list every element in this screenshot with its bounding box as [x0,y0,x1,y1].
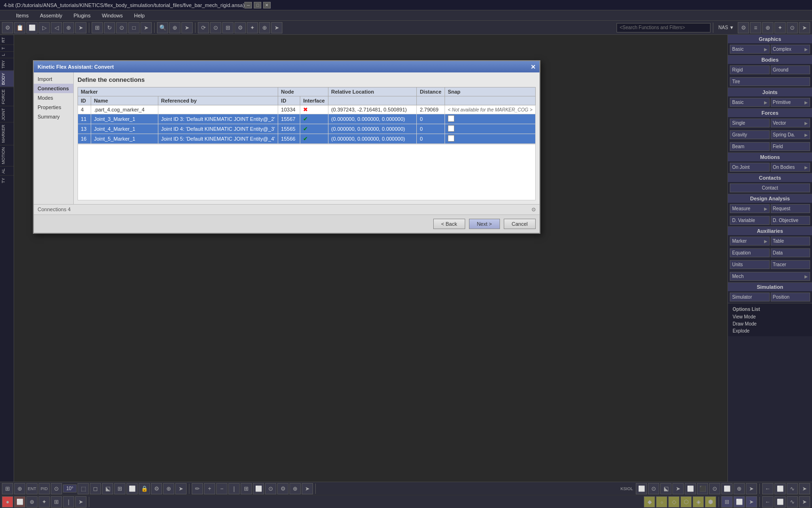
rp-btn-basic[interactable]: Basic ▶ [730,45,770,54]
menu-item-assembly[interactable]: Assembly [37,12,65,19]
btb-icon-10[interactable]: ⚙ [151,483,162,494]
menu-item-items[interactable]: Items [13,12,31,19]
dialog-sidebar-connections[interactable]: Connections [34,84,73,93]
rp-btn-contact[interactable]: Contact [730,183,810,192]
toolbar-icon-16[interactable]: ⟳ [198,22,209,33]
rp-btn-onbodies[interactable]: On Bodies▶ [771,163,811,172]
btb2-yellow-4[interactable]: ⬡ [680,496,692,508]
btb2-nav-3[interactable]: ∿ [787,496,798,508]
btb-icon-13[interactable]: ✏ [192,483,203,494]
maximize-button[interactable]: □ [254,2,261,8]
toolbar-icon-10[interactable]: ⊙ [116,22,127,33]
btb-3d-1[interactable]: ⬜ [636,483,647,494]
btb-arrow-4[interactable]: ➤ [799,483,810,494]
btb2-icon-1[interactable]: ● [2,496,13,508]
btb-icon-1[interactable]: ⊞ [2,483,13,494]
toolbar-icon-7[interactable]: ➤ [75,22,86,33]
table-row[interactable]: 16 Joint_5_Marker_1 Joint ID 5: 'Default… [78,134,536,144]
btb-icon-12[interactable]: ➤ [175,483,187,494]
toolbar-icon-8[interactable]: ⊞ [92,22,103,33]
btb2-nav-2[interactable]: ⬜ [774,496,786,508]
toolbar-icon-20[interactable]: ✦ [247,22,258,33]
rp-btn-measure[interactable]: Measure▶ [730,204,770,213]
btb-icon-5[interactable]: ◻ [90,483,101,494]
rp-btn-marker[interactable]: Marker▶ [730,237,770,246]
rp-btn-position[interactable]: Position [771,293,811,302]
rp-btn-tracer[interactable]: Tracer [771,260,811,269]
snap-checkbox[interactable] [448,115,454,122]
btb-icon-15[interactable]: − [216,483,227,494]
minimize-button[interactable]: ─ [244,2,252,8]
toolbar-icon-13[interactable]: 🔍 [157,22,168,33]
menu-item-file[interactable] [2,15,8,16]
rp-btn-units[interactable]: Units [730,260,770,269]
sidebar-item-joint[interactable]: JOINT [0,106,14,122]
rp-btn-springda[interactable]: Spring Da.▶ [771,130,811,139]
btb2-icon-3[interactable]: ⊕ [26,496,38,508]
toolbar-icon-17[interactable]: ⊙ [210,22,221,33]
rp-btn-data[interactable]: Data [771,248,811,257]
btb-icon-21[interactable]: ⊕ [289,483,301,494]
angle-input[interactable]: 10° [63,484,77,492]
toolbar-icon-15[interactable]: ➤ [181,22,193,33]
toolbar-icon-21[interactable]: ⊕ [259,22,270,33]
sidebar-item-t[interactable]: T [0,45,14,52]
btb-icon-6[interactable]: ⬕ [102,483,113,494]
btb-arrow-2[interactable]: ⬜ [774,483,786,494]
toolbar-icon-25[interactable]: ⊕ [762,22,773,33]
table-row[interactable]: 4 .part_4.cog_marker_4 10334 ✖ (0.397243… [78,105,536,114]
rp-btn-rigid[interactable]: Rigid [730,65,770,74]
rp-btn-joints-basic[interactable]: Basic▶ [730,98,770,107]
btb2-dark-3[interactable]: ➤ [746,496,757,508]
btb2-icon-2[interactable]: ⬜ [14,496,25,508]
toolbar-icon-14[interactable]: ⊕ [169,22,180,33]
toolbar-icon-18[interactable]: ⊞ [222,22,234,33]
toolbar-icon-24[interactable]: ≡ [750,22,761,33]
toolbar-icon-26[interactable]: ✦ [774,22,786,33]
toolbar-icon-19[interactable]: ⚙ [234,22,246,33]
dialog-sidebar-summary[interactable]: Summary [34,112,73,121]
sidebar-item-marker[interactable]: MARKER [0,122,14,145]
btb2-nav-1[interactable]: ← [762,496,773,508]
rp-btn-equation[interactable]: Equation [730,248,770,257]
next-button[interactable]: Next > [469,219,500,229]
menu-item-plugins[interactable]: Plugins [71,12,94,19]
rp-btn-ground[interactable]: Ground [771,65,811,74]
toolbar-icon-22[interactable]: ➤ [271,22,282,33]
btb-icon-18[interactable]: ⬜ [253,483,264,494]
btb-icon-17[interactable]: ⊞ [241,483,252,494]
search-input[interactable] [617,23,710,32]
sidebar-item-body[interactable]: BODY [0,71,14,87]
btb2-icon-7[interactable]: ➤ [75,496,86,508]
btb-3d-3[interactable]: ⬕ [660,483,671,494]
opt-drawmode[interactable]: Draw Mode [730,320,810,327]
btb2-icon-6[interactable]: | [63,496,74,508]
back-button[interactable]: < Back [433,219,465,229]
btb-3d-6[interactable]: ⊙ [709,483,720,494]
btb-icon-16[interactable]: | [228,483,240,494]
toolbar-icon-4[interactable]: ▷ [39,22,50,33]
toolbar-icon-23[interactable]: ⚙ [738,22,749,33]
dialog-sidebar-modes[interactable]: Modes [34,93,73,103]
btb-3d-2[interactable]: ⊙ [648,483,659,494]
dialog-sidebar-properties[interactable]: Properties [34,103,73,112]
menu-item-windows[interactable]: Windows [99,12,126,19]
cancel-button[interactable]: Cancel [504,219,536,229]
rp-btn-complex[interactable]: Complex ▶ [771,45,811,54]
btb2-nav-4[interactable]: ➤ [799,496,810,508]
btb-arrow-1[interactable]: ← [762,483,773,494]
rp-btn-dvariable[interactable]: D. Variable [730,216,770,225]
btb-icon-22[interactable]: ➤ [302,483,313,494]
btb-3d-9[interactable]: ➤ [746,483,757,494]
rp-btn-tire[interactable]: Tire [730,77,810,86]
btb-3d-5[interactable]: ⬛ [697,483,708,494]
toolbar-icon-12[interactable]: ➤ [141,22,152,33]
table-row[interactable]: 13 Joint_4_Marker_1 Joint ID 4: 'Default… [78,124,536,134]
toolbar-icon-9[interactable]: ↻ [104,22,115,33]
btb-icon-pid[interactable]: PID [39,483,50,494]
rp-btn-vector[interactable]: Vector▶ [771,119,811,127]
sidebar-item-ty[interactable]: TY [0,175,14,185]
btb2-icon-4[interactable]: ✦ [39,496,50,508]
rp-btn-onjoint[interactable]: On Joint [730,163,770,172]
sidebar-item-al[interactable]: AL [0,166,14,175]
